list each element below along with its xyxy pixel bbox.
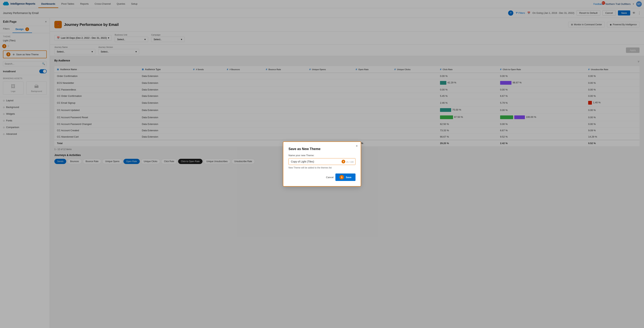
modal-name-label: Name your new Theme:	[288, 154, 356, 157]
step-5-badge: 5	[340, 175, 344, 180]
modal-input-wrap: 21 / 100 4	[288, 158, 356, 165]
modal-title: Save as New Theme	[288, 147, 356, 151]
save-as-new-theme-modal: × Save as New Theme Name your new Theme:…	[283, 142, 361, 186]
modal-actions: Cancel 5 Save	[288, 174, 356, 181]
modal-close-button[interactable]: ×	[356, 144, 358, 148]
modal-overlay[interactable]: × Save as New Theme Name your new Theme:…	[0, 0, 644, 328]
modal-hint: New Theme will be added to the themes li…	[288, 166, 356, 169]
char-count: 21 / 100	[346, 161, 354, 163]
step-4-badge: 4	[342, 160, 345, 164]
modal-cancel-button[interactable]: Cancel	[326, 176, 334, 179]
theme-name-input[interactable]	[288, 158, 356, 165]
modal-save-button[interactable]: 5 Save	[336, 174, 356, 181]
